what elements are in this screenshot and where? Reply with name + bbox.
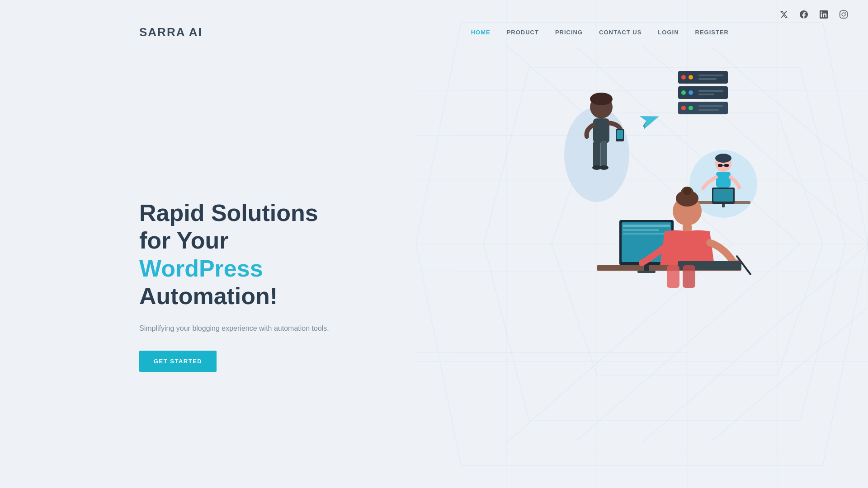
hero-title-highlight: WordPress — [139, 255, 263, 282]
linkedin-icon[interactable] — [817, 8, 830, 21]
nav-register[interactable]: REGISTER — [695, 29, 729, 36]
nav-product[interactable]: PRODUCT — [507, 29, 539, 36]
hero-title: Rapid Solutions for Your WordPress Autom… — [139, 199, 356, 310]
svg-point-27 — [689, 75, 693, 80]
svg-rect-57 — [623, 229, 659, 231]
hero-content: Rapid Solutions for Your WordPress Autom… — [139, 199, 356, 372]
nav-login[interactable]: LOGIN — [658, 29, 679, 36]
svg-rect-69 — [667, 265, 679, 288]
instagram-icon[interactable] — [837, 8, 850, 21]
svg-rect-58 — [623, 233, 666, 235]
get-started-button[interactable]: GET STARTED — [139, 351, 217, 372]
hero-illustration — [542, 66, 778, 328]
svg-rect-56 — [623, 225, 670, 227]
hero-subtitle: Simplifying your blogging experience wit… — [139, 323, 356, 334]
svg-rect-18 — [593, 118, 609, 143]
svg-point-26 — [681, 75, 686, 80]
svg-rect-28 — [698, 75, 723, 76]
hero-title-line1: Rapid Solutions — [139, 200, 318, 226]
svg-rect-39 — [698, 109, 719, 111]
svg-rect-65 — [683, 225, 692, 231]
top-bar — [0, 0, 868, 21]
svg-rect-52 — [722, 204, 725, 207]
svg-rect-59 — [644, 265, 649, 272]
nav-contact[interactable]: CONTACT US — [599, 29, 642, 36]
svg-rect-33 — [698, 90, 723, 92]
nav-home[interactable]: HOME — [471, 29, 491, 36]
svg-rect-48 — [716, 172, 731, 188]
svg-rect-29 — [698, 78, 717, 80]
svg-point-36 — [681, 106, 686, 110]
svg-rect-24 — [617, 130, 623, 139]
svg-point-22 — [599, 165, 609, 170]
svg-rect-45 — [718, 164, 722, 167]
svg-rect-60 — [637, 271, 656, 273]
svg-marker-40 — [640, 110, 661, 129]
hero-title-line2-pre: for Your — [139, 227, 228, 253]
svg-point-64 — [683, 187, 691, 195]
svg-point-44 — [715, 154, 731, 163]
svg-rect-46 — [724, 164, 729, 167]
svg-point-31 — [681, 90, 686, 95]
svg-rect-38 — [698, 105, 723, 107]
svg-rect-19 — [593, 141, 600, 168]
svg-rect-51 — [713, 189, 733, 202]
svg-point-32 — [689, 90, 693, 95]
logo: SARRA AI — [139, 25, 203, 39]
svg-rect-70 — [683, 265, 695, 288]
hero-section: Rapid Solutions for Your WordPress Autom… — [0, 44, 868, 488]
navbar: SARRA AI HOME PRODUCT PRICING CONTACT US… — [0, 21, 868, 44]
hero-title-line3: Automation! — [139, 283, 278, 309]
twitter-icon[interactable] — [778, 8, 790, 21]
facebook-icon[interactable] — [797, 8, 810, 21]
illustration-svg — [542, 66, 778, 319]
nav-pricing[interactable]: PRICING — [555, 29, 583, 36]
svg-point-17 — [590, 93, 613, 105]
svg-rect-20 — [600, 141, 607, 168]
nav-links: HOME PRODUCT PRICING CONTACT US LOGIN RE… — [471, 29, 729, 36]
svg-rect-34 — [698, 94, 714, 95]
svg-point-37 — [689, 106, 693, 110]
